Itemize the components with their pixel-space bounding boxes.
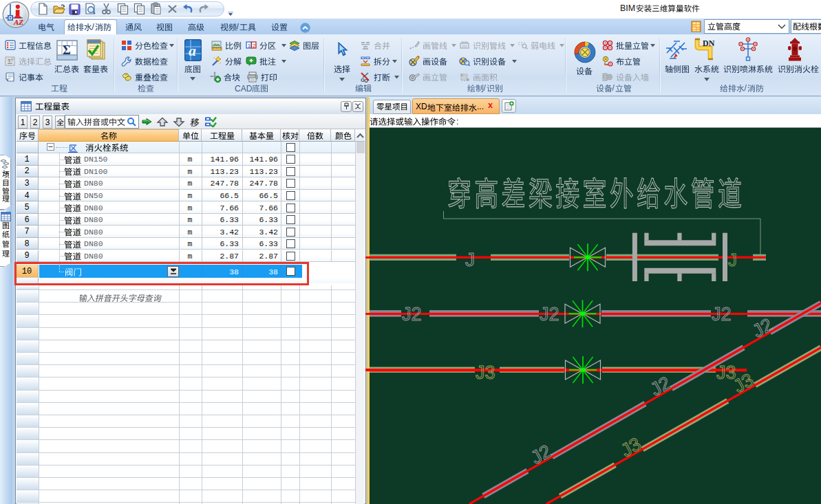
svg-text:AZ: AZ xyxy=(13,18,23,26)
svg-text:2: 2 xyxy=(253,43,256,49)
svg-text:J2: J2 xyxy=(540,304,559,325)
svg-text:J2: J2 xyxy=(402,304,422,325)
svg-text:Σ: Σ xyxy=(63,43,71,57)
svg-text:J: J xyxy=(728,250,737,270)
svg-text:DN: DN xyxy=(703,39,715,48)
svg-text:J: J xyxy=(465,249,475,270)
svg-text:1: 1 xyxy=(248,43,251,49)
svg-text:a: a xyxy=(189,42,196,59)
svg-text:Σ: Σ xyxy=(8,58,12,65)
svg-text:J3: J3 xyxy=(476,362,495,383)
svg-text:J2: J2 xyxy=(712,304,732,325)
